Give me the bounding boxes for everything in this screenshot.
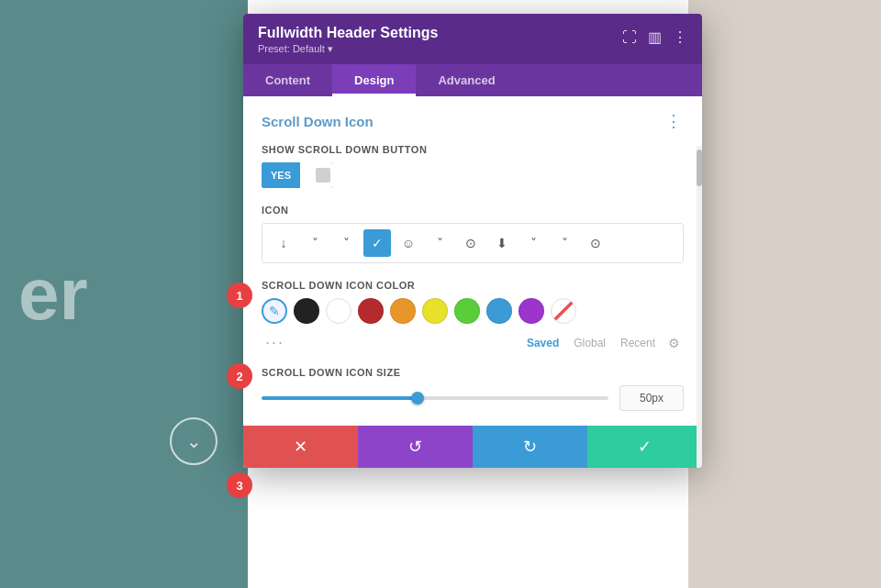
icon-chevron-4[interactable]: ˅ xyxy=(519,229,547,257)
icon-chevron-2[interactable]: ˅ xyxy=(332,229,360,257)
undo-icon: ↺ xyxy=(408,437,422,457)
background-right xyxy=(688,0,881,588)
icon-arrow-down-2[interactable]: ⬇ xyxy=(488,229,516,257)
icon-label: Icon xyxy=(262,205,684,216)
color-swatch-none[interactable] xyxy=(551,298,576,324)
scroll-down-icon: ⌄ xyxy=(186,430,202,452)
icon-circle-down[interactable]: ⊙ xyxy=(457,229,485,257)
settings-modal: Fullwidth Header Settings Preset: Defaul… xyxy=(243,14,702,468)
icon-chevron-1[interactable]: ˅ xyxy=(301,229,329,257)
color-swatch-white[interactable] xyxy=(326,298,351,324)
icon-row: ↓ ˅ ˅ ✓ ☺ ˅ ⊙ ⬇ ˅ ˅ ⊙ xyxy=(262,223,684,263)
color-label: Scroll Down Icon Color xyxy=(262,280,684,291)
split-view-icon[interactable]: ▥ xyxy=(648,28,662,46)
redo-icon: ↻ xyxy=(523,437,537,457)
tab-advanced[interactable]: Advanced xyxy=(416,64,517,96)
background-text: er xyxy=(18,258,88,331)
more-options-icon[interactable]: ⋮ xyxy=(673,28,687,46)
size-slider-thumb[interactable] xyxy=(411,392,424,405)
color-tab-saved[interactable]: Saved xyxy=(519,337,566,349)
icon-circle-chevron[interactable]: ⊙ xyxy=(582,229,609,257)
icon-chevron-3[interactable]: ˅ xyxy=(426,229,453,257)
save-icon: ✓ xyxy=(638,437,652,457)
modal-header: Fullwidth Header Settings Preset: Defaul… xyxy=(243,14,702,64)
icon-chevron-5[interactable]: ˅ xyxy=(551,229,578,257)
tab-design[interactable]: Design xyxy=(332,64,416,96)
tab-content[interactable]: Content xyxy=(243,64,332,96)
color-tab-global[interactable]: Global xyxy=(566,337,613,349)
toggle-button[interactable]: YES xyxy=(262,162,333,188)
color-more-dots[interactable]: ··· xyxy=(265,333,284,352)
cancel-icon: ✕ xyxy=(294,437,307,457)
size-section: Scroll Down Icon Size 50px xyxy=(262,367,684,426)
step-badge-2: 2 xyxy=(227,363,252,389)
modal-preset[interactable]: Preset: Default ▾ xyxy=(258,43,438,55)
color-swatch-green[interactable] xyxy=(454,298,480,324)
color-swatch-purple[interactable] xyxy=(519,298,544,324)
icon-picker: Icon ↓ ˅ ˅ ✓ ☺ ˅ ⊙ ⬇ ˅ ˅ ⊙ xyxy=(262,205,684,263)
color-tab-recent[interactable]: Recent xyxy=(613,337,663,349)
modal-body: Scroll Down Icon ⋮ Show Scroll Down Butt… xyxy=(243,96,702,426)
scrollbar[interactable] xyxy=(697,146,702,468)
color-swatch-black[interactable] xyxy=(294,298,319,324)
size-label: Scroll Down Icon Size xyxy=(262,367,684,378)
scroll-down-circle: ⌄ xyxy=(170,417,217,465)
icon-smiley[interactable]: ☺ xyxy=(395,229,422,257)
background-left: er xyxy=(0,0,248,588)
section-title: Scroll Down Icon xyxy=(262,114,374,129)
toggle-yes-label: YES xyxy=(262,162,300,188)
size-slider-track[interactable] xyxy=(262,396,608,400)
color-tabs-row: ··· Saved Global Recent ⚙ xyxy=(262,333,684,352)
section-header: Scroll Down Icon ⋮ xyxy=(262,111,684,131)
save-button[interactable]: ✓ xyxy=(587,426,702,468)
color-swatch-red[interactable] xyxy=(358,298,384,324)
color-settings-icon[interactable]: ⚙ xyxy=(668,336,680,350)
color-picker-section: Scroll Down Icon Color ✎ ··· Saved Globa… xyxy=(262,280,684,352)
toggle-thumb xyxy=(316,168,330,183)
size-row: 50px xyxy=(262,385,684,411)
color-swatches-row: ✎ xyxy=(262,298,684,324)
modal-title: Fullwidth Header Settings xyxy=(258,25,438,41)
modal-title-group: Fullwidth Header Settings Preset: Defaul… xyxy=(258,25,438,55)
step-badge-1: 1 xyxy=(227,283,252,308)
cancel-button[interactable]: ✕ xyxy=(243,426,358,468)
step-badge-3: 3 xyxy=(227,472,252,498)
fullscreen-icon[interactable]: ⛶ xyxy=(622,29,637,46)
eyedropper-swatch[interactable]: ✎ xyxy=(262,298,287,324)
modal-header-icons: ⛶ ▥ ⋮ xyxy=(622,28,687,46)
modal-tabs: Content Design Advanced xyxy=(243,64,702,96)
show-scroll-toggle-container: Show Scroll Down Button YES xyxy=(262,144,684,188)
color-swatch-blue[interactable] xyxy=(486,298,512,324)
modal-footer: ✕ ↺ ↻ ✓ xyxy=(243,426,702,468)
toggle-slider[interactable] xyxy=(300,162,333,188)
icon-arrow-down-1[interactable]: ↓ xyxy=(270,229,297,257)
color-swatch-yellow[interactable] xyxy=(422,298,448,324)
section-more-icon[interactable]: ⋮ xyxy=(665,111,684,131)
size-input[interactable]: 50px xyxy=(619,385,684,411)
show-scroll-label: Show Scroll Down Button xyxy=(262,144,684,155)
scrollbar-thumb[interactable] xyxy=(697,150,702,186)
icon-check-circle[interactable]: ✓ xyxy=(363,229,391,257)
color-swatch-orange[interactable] xyxy=(390,298,416,324)
redo-button[interactable]: ↻ xyxy=(473,426,587,468)
undo-button[interactable]: ↺ xyxy=(358,426,473,468)
